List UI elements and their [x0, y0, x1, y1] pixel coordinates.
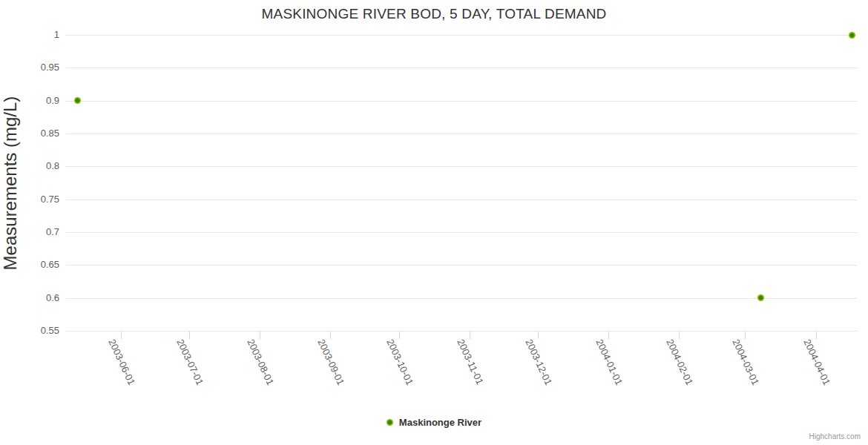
highcharts-credits-link[interactable]: Highcharts.com — [809, 432, 861, 441]
y-tick-label-0.85: 0.85 — [0, 128, 59, 139]
x-tick-2003-09-01 — [330, 332, 331, 339]
x-tick-label-2003-07-01: 2003-07-01 — [174, 337, 206, 387]
gridline-0.65 — [66, 265, 857, 266]
gridline-0.9 — [66, 101, 857, 102]
gridline-1 — [66, 35, 857, 36]
legend-item-maskinonge-river[interactable]: Maskinonge River — [399, 417, 481, 428]
gridline-0.8 — [66, 166, 857, 167]
gridline-0.85 — [66, 134, 857, 134]
gridline-0.75 — [66, 200, 857, 200]
x-tick-2004-04-01 — [816, 332, 817, 339]
legend-marker-icon[interactable] — [387, 419, 393, 426]
x-tick-2004-01-01 — [608, 332, 609, 339]
x-tick-label-2003-10-01: 2003-10-01 — [384, 337, 415, 387]
gridline-0.6 — [66, 298, 857, 299]
x-tick-label-2003-06-01: 2003-06-01 — [106, 337, 137, 387]
x-tick-label-2004-03-01: 2004-03-01 — [731, 337, 762, 387]
x-tick-2003-08-01 — [260, 332, 260, 339]
gridline-0.95 — [66, 67, 857, 68]
x-tick-label-2004-01-01: 2004-01-01 — [594, 337, 625, 387]
y-axis-title-text: Measurements (mg/L) — [0, 96, 21, 271]
x-tick-label-2003-09-01: 2003-09-01 — [316, 337, 347, 387]
y-tick-label-0.75: 0.75 — [0, 194, 59, 205]
chart-container: MASKINONGE RIVER BOD, 5 DAY, TOTAL DEMAN… — [0, 0, 868, 445]
y-tick-label-0.9: 0.9 — [0, 95, 59, 107]
y-tick-label-0.7: 0.7 — [0, 226, 59, 238]
x-tick-2004-02-01 — [679, 332, 680, 339]
data-point-2003-05-13[interactable] — [74, 97, 81, 104]
y-tick-label-0.95: 0.95 — [0, 62, 59, 73]
x-tick-2003-12-01 — [538, 332, 539, 339]
x-tick-2003-06-01 — [121, 332, 122, 339]
x-tick-2003-10-01 — [399, 332, 400, 339]
x-tick-2003-07-01 — [189, 332, 190, 339]
y-tick-label-0.55: 0.55 — [0, 325, 59, 337]
x-tick-label-2003-11-01: 2003-11-01 — [455, 337, 485, 386]
y-tick-label-0.65: 0.65 — [0, 259, 59, 271]
x-tick-label-2003-08-01: 2003-08-01 — [246, 337, 277, 387]
plot-area — [66, 35, 857, 332]
x-tick-2003-11-01 — [470, 332, 470, 339]
y-tick-label-0.6: 0.6 — [0, 292, 59, 304]
y-tick-label-0.8: 0.8 — [0, 160, 59, 172]
legend: Maskinonge River — [0, 417, 868, 428]
gridline-0.55 — [66, 331, 857, 332]
x-tick-label-2004-02-01: 2004-02-01 — [665, 337, 696, 387]
x-tick-label-2003-12-01: 2003-12-01 — [523, 337, 554, 387]
x-tick-2004-03-01 — [745, 332, 746, 339]
chart-title: MASKINONGE RIVER BOD, 5 DAY, TOTAL DEMAN… — [0, 6, 868, 22]
data-point-2004-04-17[interactable] — [849, 32, 855, 39]
x-tick-label-2004-04-01: 2004-04-01 — [801, 337, 832, 387]
y-tick-label-1: 1 — [0, 29, 59, 41]
gridline-0.7 — [66, 232, 857, 233]
data-point-2004-03-08[interactable] — [757, 294, 764, 301]
